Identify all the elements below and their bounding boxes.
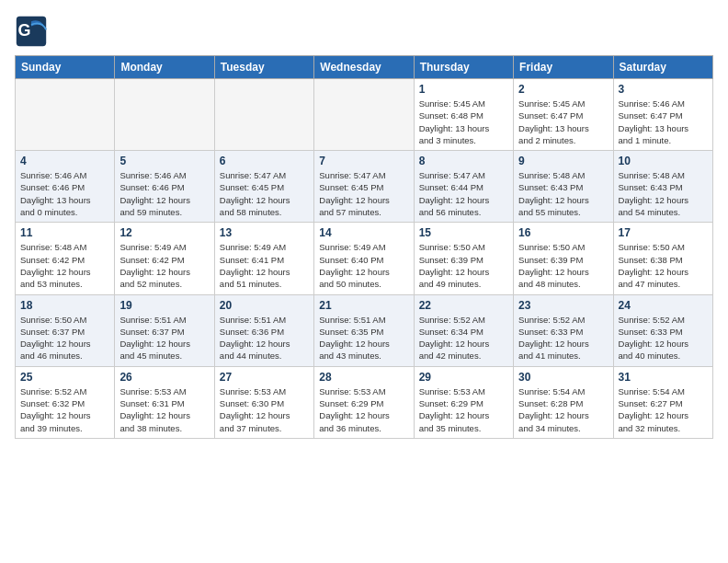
svg-text:G: G bbox=[18, 21, 31, 40]
day-number: 23 bbox=[518, 299, 608, 312]
day-info: Sunrise: 5:50 AM Sunset: 6:39 PM Dayligh… bbox=[419, 241, 508, 290]
calendar-week-3: 11Sunrise: 5:48 AM Sunset: 6:42 PM Dayli… bbox=[16, 223, 713, 294]
day-number: 31 bbox=[619, 371, 708, 384]
day-number: 3 bbox=[619, 83, 708, 96]
weekday-header-friday: Friday bbox=[514, 56, 613, 79]
day-cell-9: 9Sunrise: 5:48 AM Sunset: 6:43 PM Daylig… bbox=[514, 151, 613, 223]
day-number: 12 bbox=[119, 226, 209, 239]
day-number: 15 bbox=[419, 226, 508, 239]
day-number: 8 bbox=[419, 155, 508, 167]
day-info: Sunrise: 5:48 AM Sunset: 6:42 PM Dayligh… bbox=[20, 241, 109, 290]
day-cell-25: 25Sunrise: 5:52 AM Sunset: 6:32 PM Dayli… bbox=[16, 366, 115, 438]
day-number: 28 bbox=[319, 371, 408, 384]
day-cell-11: 11Sunrise: 5:48 AM Sunset: 6:42 PM Dayli… bbox=[16, 223, 115, 294]
day-cell-22: 22Sunrise: 5:52 AM Sunset: 6:34 PM Dayli… bbox=[414, 294, 513, 366]
weekday-header-tuesday: Tuesday bbox=[214, 56, 313, 79]
day-number: 17 bbox=[619, 226, 708, 239]
day-info: Sunrise: 5:47 AM Sunset: 6:45 PM Dayligh… bbox=[319, 169, 408, 218]
day-number: 14 bbox=[319, 226, 408, 239]
day-cell-12: 12Sunrise: 5:49 AM Sunset: 6:42 PM Dayli… bbox=[115, 223, 214, 294]
day-number: 25 bbox=[20, 371, 109, 384]
day-cell-3: 3Sunrise: 5:46 AM Sunset: 6:47 PM Daylig… bbox=[613, 79, 712, 151]
day-cell-13: 13Sunrise: 5:49 AM Sunset: 6:41 PM Dayli… bbox=[214, 223, 313, 294]
day-cell-15: 15Sunrise: 5:50 AM Sunset: 6:39 PM Dayli… bbox=[414, 223, 513, 294]
day-info: Sunrise: 5:51 AM Sunset: 6:36 PM Dayligh… bbox=[220, 314, 309, 362]
day-info: Sunrise: 5:53 AM Sunset: 6:29 PM Dayligh… bbox=[319, 385, 408, 434]
day-info: Sunrise: 5:50 AM Sunset: 6:39 PM Dayligh… bbox=[518, 241, 608, 290]
day-info: Sunrise: 5:54 AM Sunset: 6:27 PM Dayligh… bbox=[619, 385, 708, 434]
day-number: 19 bbox=[119, 299, 209, 312]
calendar-week-1: 1Sunrise: 5:45 AM Sunset: 6:48 PM Daylig… bbox=[16, 79, 713, 151]
day-cell-16: 16Sunrise: 5:50 AM Sunset: 6:39 PM Dayli… bbox=[514, 223, 613, 294]
day-info: Sunrise: 5:47 AM Sunset: 6:44 PM Dayligh… bbox=[419, 169, 508, 218]
day-cell-6: 6Sunrise: 5:47 AM Sunset: 6:45 PM Daylig… bbox=[214, 151, 313, 223]
day-info: Sunrise: 5:50 AM Sunset: 6:37 PM Dayligh… bbox=[20, 314, 109, 362]
logo: G bbox=[15, 15, 51, 48]
day-number: 26 bbox=[119, 371, 209, 384]
empty-cell bbox=[214, 79, 313, 151]
day-number: 27 bbox=[220, 371, 309, 384]
day-number: 29 bbox=[419, 371, 508, 384]
day-number: 10 bbox=[619, 155, 708, 167]
day-cell-4: 4Sunrise: 5:46 AM Sunset: 6:46 PM Daylig… bbox=[16, 151, 115, 223]
day-info: Sunrise: 5:51 AM Sunset: 6:35 PM Dayligh… bbox=[319, 314, 408, 362]
day-info: Sunrise: 5:45 AM Sunset: 6:47 PM Dayligh… bbox=[518, 98, 608, 146]
weekday-header-thursday: Thursday bbox=[414, 56, 513, 79]
calendar-table: SundayMondayTuesdayWednesdayThursdayFrid… bbox=[15, 55, 713, 439]
day-number: 22 bbox=[419, 299, 508, 312]
day-info: Sunrise: 5:49 AM Sunset: 6:42 PM Dayligh… bbox=[119, 241, 209, 290]
day-cell-20: 20Sunrise: 5:51 AM Sunset: 6:36 PM Dayli… bbox=[214, 294, 313, 366]
day-info: Sunrise: 5:52 AM Sunset: 6:34 PM Dayligh… bbox=[419, 314, 508, 362]
day-info: Sunrise: 5:52 AM Sunset: 6:33 PM Dayligh… bbox=[518, 314, 608, 362]
day-cell-19: 19Sunrise: 5:51 AM Sunset: 6:37 PM Dayli… bbox=[115, 294, 214, 366]
day-number: 2 bbox=[518, 83, 608, 96]
day-info: Sunrise: 5:48 AM Sunset: 6:43 PM Dayligh… bbox=[518, 169, 608, 218]
day-cell-29: 29Sunrise: 5:53 AM Sunset: 6:29 PM Dayli… bbox=[414, 366, 513, 438]
weekday-header-monday: Monday bbox=[115, 56, 214, 79]
day-info: Sunrise: 5:46 AM Sunset: 6:47 PM Dayligh… bbox=[619, 98, 708, 146]
day-info: Sunrise: 5:48 AM Sunset: 6:43 PM Dayligh… bbox=[619, 169, 708, 218]
empty-cell bbox=[314, 79, 414, 151]
weekday-header-saturday: Saturday bbox=[613, 56, 712, 79]
day-info: Sunrise: 5:52 AM Sunset: 6:33 PM Dayligh… bbox=[619, 314, 708, 362]
day-cell-8: 8Sunrise: 5:47 AM Sunset: 6:44 PM Daylig… bbox=[414, 151, 513, 223]
day-cell-18: 18Sunrise: 5:50 AM Sunset: 6:37 PM Dayli… bbox=[16, 294, 115, 366]
day-number: 30 bbox=[518, 371, 608, 384]
calendar-week-5: 25Sunrise: 5:52 AM Sunset: 6:32 PM Dayli… bbox=[16, 366, 713, 438]
day-number: 5 bbox=[119, 155, 209, 167]
calendar-week-4: 18Sunrise: 5:50 AM Sunset: 6:37 PM Dayli… bbox=[16, 294, 713, 366]
day-number: 6 bbox=[220, 155, 309, 167]
day-cell-24: 24Sunrise: 5:52 AM Sunset: 6:33 PM Dayli… bbox=[613, 294, 712, 366]
day-info: Sunrise: 5:46 AM Sunset: 6:46 PM Dayligh… bbox=[119, 169, 209, 218]
day-info: Sunrise: 5:53 AM Sunset: 6:31 PM Dayligh… bbox=[119, 385, 209, 434]
logo-icon: G bbox=[15, 15, 48, 48]
day-cell-7: 7Sunrise: 5:47 AM Sunset: 6:45 PM Daylig… bbox=[314, 151, 414, 223]
empty-cell bbox=[16, 79, 115, 151]
day-number: 21 bbox=[319, 299, 408, 312]
day-number: 11 bbox=[20, 226, 109, 239]
day-number: 18 bbox=[20, 299, 109, 312]
page-header: G bbox=[15, 15, 713, 48]
day-cell-1: 1Sunrise: 5:45 AM Sunset: 6:48 PM Daylig… bbox=[414, 79, 513, 151]
day-number: 9 bbox=[518, 155, 608, 167]
day-info: Sunrise: 5:45 AM Sunset: 6:48 PM Dayligh… bbox=[419, 98, 508, 146]
day-cell-26: 26Sunrise: 5:53 AM Sunset: 6:31 PM Dayli… bbox=[115, 366, 214, 438]
day-cell-27: 27Sunrise: 5:53 AM Sunset: 6:30 PM Dayli… bbox=[214, 366, 313, 438]
calendar-week-2: 4Sunrise: 5:46 AM Sunset: 6:46 PM Daylig… bbox=[16, 151, 713, 223]
day-info: Sunrise: 5:53 AM Sunset: 6:30 PM Dayligh… bbox=[220, 385, 309, 434]
day-number: 7 bbox=[319, 155, 408, 167]
day-cell-14: 14Sunrise: 5:49 AM Sunset: 6:40 PM Dayli… bbox=[314, 223, 414, 294]
day-cell-10: 10Sunrise: 5:48 AM Sunset: 6:43 PM Dayli… bbox=[613, 151, 712, 223]
day-number: 16 bbox=[518, 226, 608, 239]
day-info: Sunrise: 5:50 AM Sunset: 6:38 PM Dayligh… bbox=[619, 241, 708, 290]
day-info: Sunrise: 5:54 AM Sunset: 6:28 PM Dayligh… bbox=[518, 385, 608, 434]
day-info: Sunrise: 5:53 AM Sunset: 6:29 PM Dayligh… bbox=[419, 385, 508, 434]
day-info: Sunrise: 5:49 AM Sunset: 6:40 PM Dayligh… bbox=[319, 241, 408, 290]
day-cell-30: 30Sunrise: 5:54 AM Sunset: 6:28 PM Dayli… bbox=[514, 366, 613, 438]
day-cell-2: 2Sunrise: 5:45 AM Sunset: 6:47 PM Daylig… bbox=[514, 79, 613, 151]
day-number: 20 bbox=[220, 299, 309, 312]
empty-cell bbox=[115, 79, 214, 151]
day-number: 4 bbox=[20, 155, 109, 167]
weekday-header-sunday: Sunday bbox=[16, 56, 115, 79]
day-cell-23: 23Sunrise: 5:52 AM Sunset: 6:33 PM Dayli… bbox=[514, 294, 613, 366]
